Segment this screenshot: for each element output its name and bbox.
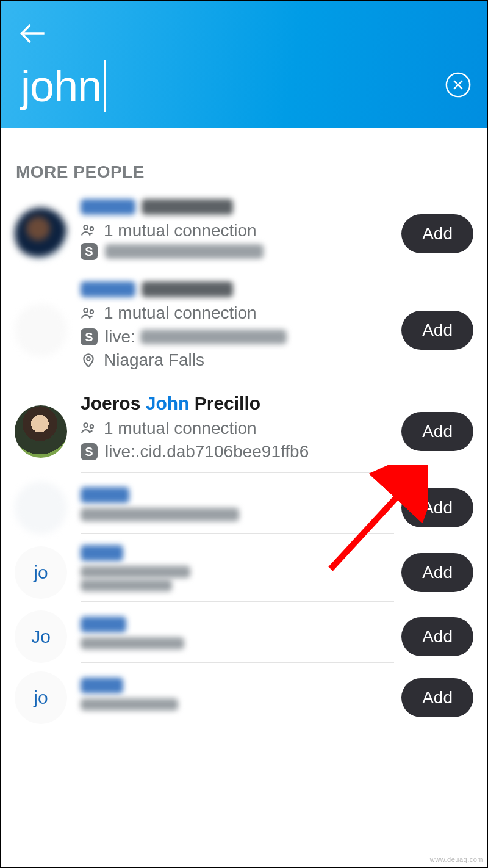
result-name-redacted [81, 487, 394, 503]
avatar [15, 405, 67, 458]
result-info: 1 mutual connection S [81, 197, 394, 270]
avatar-initials: Jo [15, 610, 67, 663]
skype-icon: S [81, 328, 98, 345]
result-info [81, 543, 394, 602]
meta-redacted [81, 698, 394, 711]
avatar-initials: jo [15, 671, 67, 724]
arrow-left-icon [16, 16, 50, 51]
svg-point-5 [87, 357, 90, 360]
result-name-redacted [81, 678, 394, 693]
back-button[interactable] [16, 16, 50, 53]
meta-redacted [81, 566, 394, 578]
result-name-match: John [146, 393, 190, 413]
mutual-connections: 1 mutual connection [81, 302, 394, 324]
people-icon [81, 223, 96, 239]
result-row[interactable]: 1 mutual connection S live: Niagara Fall… [1, 270, 487, 382]
skype-id: S live:.cid.dab7106bee91ffb6 [81, 441, 394, 463]
result-row[interactable]: Jo Add [1, 602, 487, 663]
add-button[interactable]: Add [401, 412, 473, 451]
result-name-redacted [81, 281, 394, 297]
add-button[interactable]: Add [401, 678, 473, 717]
skype-id-redacted: S [81, 243, 394, 260]
people-icon [81, 421, 96, 436]
meta-redacted [81, 579, 394, 591]
result-row[interactable]: jo Add [1, 534, 487, 602]
watermark: www.deuaq.com [430, 856, 483, 863]
add-button[interactable]: Add [401, 617, 473, 656]
add-button[interactable]: Add [401, 488, 473, 527]
clear-search-button[interactable] [444, 71, 472, 101]
result-name-redacted [81, 545, 394, 561]
add-button[interactable]: Add [401, 214, 473, 253]
avatar [15, 208, 67, 260]
mutual-connections: 1 mutual connection [81, 418, 394, 439]
results-list: 1 mutual connection S Add 1 mutual conne… [1, 188, 487, 724]
result-row[interactable]: Joeros John Precillo 1 mutual connection… [1, 382, 487, 474]
avatar [15, 482, 67, 534]
result-row[interactable]: 1 mutual connection S Add [1, 188, 487, 270]
result-info [81, 671, 394, 724]
location: Niagara Falls [81, 349, 394, 371]
result-info: Joeros John Precillo 1 mutual connection… [81, 391, 394, 474]
result-name-redacted [81, 617, 394, 632]
result-name-redacted [81, 199, 394, 215]
avatar [15, 304, 67, 356]
add-button[interactable]: Add [401, 553, 473, 592]
people-icon [81, 306, 96, 322]
skype-icon: S [81, 443, 98, 460]
text-caret [104, 60, 106, 112]
result-info: 1 mutual connection S live: Niagara Fall… [81, 279, 394, 382]
result-info [81, 610, 394, 663]
location-pin-icon [81, 352, 96, 368]
skype-id-partial: S live: [81, 326, 394, 348]
result-row[interactable]: Add [1, 473, 487, 534]
result-name: Joeros John Precillo [81, 393, 394, 414]
svg-point-6 [84, 423, 88, 427]
search-input[interactable]: john [21, 60, 106, 112]
result-info [81, 482, 394, 534]
skype-id-redacted [81, 508, 394, 521]
skype-icon: S [81, 243, 98, 260]
search-header: john [1, 1, 487, 128]
mutual-connections: 1 mutual connection [81, 220, 394, 242]
svg-point-3 [84, 308, 88, 313]
svg-point-7 [90, 425, 93, 428]
avatar-initials: jo [15, 546, 67, 599]
result-row[interactable]: jo Add [1, 663, 487, 724]
svg-point-2 [90, 227, 93, 230]
meta-redacted [81, 637, 394, 649]
section-header-more-people: MORE PEOPLE [1, 128, 487, 188]
svg-point-1 [84, 226, 88, 230]
close-circle-icon [444, 71, 472, 99]
svg-point-4 [90, 310, 93, 313]
search-query-text: john [21, 61, 101, 111]
add-button[interactable]: Add [401, 311, 473, 350]
